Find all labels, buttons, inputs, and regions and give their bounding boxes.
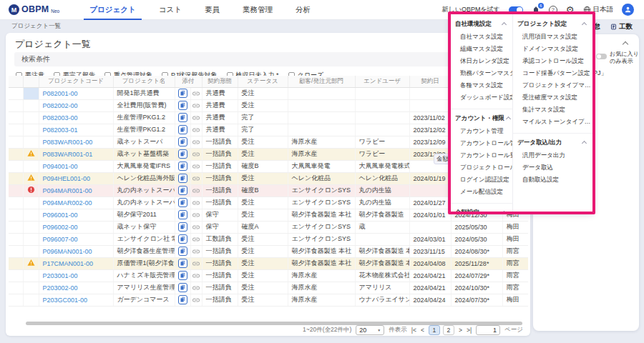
nav-tab-3[interactable]: 業務管理 [231, 0, 284, 20]
project-code-link[interactable]: P203001-00 [43, 272, 78, 279]
menu-item[interactable]: ダッシュボード設定 [451, 91, 512, 104]
menu-item[interactable]: 汎用項目マスタ設定 [513, 31, 592, 43]
link-icon[interactable] [192, 235, 200, 244]
project-code-link[interactable]: P203GC001-00 [43, 297, 88, 304]
project-code-link[interactable]: P096002-00 [43, 224, 78, 231]
favorites-toggle[interactable] [596, 54, 607, 59]
menu-section-header[interactable]: プロジェクト設定 [513, 19, 592, 31]
menu-section-header[interactable]: 金額設定 [451, 208, 512, 212]
last-page-button[interactable]: >| [467, 327, 472, 334]
first-page-button[interactable]: |< [411, 327, 416, 334]
menu-section-header[interactable]: 自社環境設定 [451, 19, 512, 31]
menu-item[interactable]: 汎用データ出力 [513, 149, 592, 161]
project-code-link[interactable]: P082002-00 [43, 102, 78, 109]
attachment-button[interactable] [178, 125, 187, 134]
project-code-link[interactable]: P17CMAN001-00 [43, 260, 94, 267]
page-size-select[interactable]: 20 ▼ [356, 325, 384, 335]
user-avatar[interactable] [622, 4, 634, 16]
project-code-link[interactable]: P203002-00 [43, 284, 78, 292]
link-icon[interactable] [192, 284, 200, 292]
attachment-button[interactable] [178, 198, 187, 207]
attachment-button[interactable] [178, 113, 187, 122]
attachment-button[interactable] [178, 210, 187, 219]
menu-item[interactable]: プロジェクトタイプマ… [513, 79, 592, 91]
manhours-button[interactable]: 工数 [610, 22, 633, 31]
table-row[interactable]: P203GC001-00ガーデンコマース一括請負受注海原水産ウナバラエイサン20… [9, 294, 528, 306]
menu-item[interactable]: 承認コントロール設定 [513, 55, 592, 67]
link-icon[interactable] [192, 101, 200, 110]
project-code-link[interactable]: P094001-00 [43, 163, 78, 170]
project-code-link[interactable]: P083WAR001-00 [43, 139, 93, 146]
new-ui-toggle[interactable] [509, 6, 523, 14]
attachment-button[interactable] [178, 259, 187, 268]
table-row[interactable]: P17CMAN001-00原価管理1(朝夕洋食器)一括請負受注朝夕洋食器製造 本… [9, 257, 528, 269]
notifications-button[interactable]: 6 [532, 6, 540, 14]
project-code-link[interactable]: P094MAR002-00 [43, 199, 92, 207]
menu-item[interactable]: メール配信設定 [451, 186, 512, 198]
project-code-link[interactable]: P082001-00 [43, 90, 78, 97]
attachment-button[interactable] [178, 283, 187, 292]
nav-tab-4[interactable]: 分析 [284, 0, 322, 20]
link-icon[interactable] [192, 174, 200, 183]
nav-tab-0[interactable]: プロジェクト [78, 0, 147, 20]
attachment-button[interactable] [178, 161, 187, 171]
menu-item[interactable]: 各種マスタ設定 [451, 79, 512, 91]
menu-item[interactable]: アカウント管理 [451, 125, 512, 137]
link-icon[interactable] [192, 223, 200, 232]
prev-page-button[interactable]: < [421, 327, 424, 334]
menu-item[interactable]: プロジェクトロール登録 [451, 161, 512, 174]
project-code-link[interactable]: P096007-00 [43, 236, 78, 243]
page-button-1[interactable]: 1 [429, 325, 440, 335]
attachment-button[interactable] [178, 101, 187, 110]
menu-item[interactable]: マイルストーンタイプ… [513, 116, 592, 128]
attachment-button[interactable] [178, 137, 187, 146]
menu-item[interactable]: 休日カレンダ設定 [451, 55, 512, 67]
project-code-link[interactable]: P083WAR001-01 [43, 151, 93, 158]
link-icon[interactable] [192, 247, 200, 256]
app-logo[interactable]: M OBPM Neo [9, 4, 59, 15]
link-icon[interactable] [192, 272, 200, 280]
attachment-button[interactable] [178, 271, 187, 280]
help-icon[interactable]: ? [549, 6, 557, 14]
menu-item[interactable]: 自社マスタ設定 [451, 31, 512, 43]
project-code-link[interactable]: P096001-00 [43, 212, 78, 219]
menu-item[interactable]: 自動取込設定 [513, 174, 592, 186]
language-switcher[interactable]: 日本語 [583, 5, 614, 14]
project-code-link[interactable]: P096MAN001-00 [43, 248, 92, 255]
link-icon[interactable] [192, 259, 200, 268]
project-code-link[interactable]: P094HEL001-00 [43, 175, 91, 182]
menu-item[interactable]: ドメインマスタ設定 [513, 43, 592, 55]
next-page-button[interactable]: > [459, 327, 462, 334]
menu-item[interactable]: 勤務パターンマスタ設定 [451, 67, 512, 79]
nav-tab-2[interactable]: 要員 [193, 0, 231, 20]
attachment-button[interactable] [178, 186, 187, 195]
menu-item[interactable]: 受注確度マスタ設定 [513, 91, 592, 104]
link-icon[interactable] [192, 296, 200, 304]
link-icon[interactable] [192, 150, 200, 159]
project-code-link[interactable]: P082003-01 [43, 126, 78, 134]
menu-item[interactable]: コード採番パターン設定 [513, 67, 592, 79]
attachment-button[interactable] [178, 222, 187, 232]
menu-section-header[interactable]: データ取込/出力 [513, 138, 592, 149]
link-icon[interactable] [192, 187, 200, 195]
settings-gear-icon[interactable]: ⚙ [566, 5, 575, 14]
attachment-button[interactable] [178, 295, 187, 304]
attachment-button[interactable] [178, 247, 187, 256]
link-icon[interactable] [192, 199, 200, 207]
link-icon[interactable] [192, 114, 200, 122]
table-row[interactable]: P096002-00蔵ネット保守保守確度AエンサイクロンSYS蔵2025/05/… [9, 221, 528, 233]
page-number-input[interactable] [476, 325, 500, 335]
project-code-link[interactable]: P094MAR001-00 [43, 187, 92, 194]
table-row[interactable]: P203002-00アマリリス生産管理一括請負受注海原水産アマリリス2024/0… [9, 282, 528, 294]
menu-item[interactable]: 集計マスタ設定 [513, 104, 592, 116]
attachment-button[interactable] [178, 149, 187, 159]
link-icon[interactable] [192, 138, 200, 146]
table-row[interactable]: P096007-00エンサイクロン社 常駐工数請負受注エンサイクロンSYS202… [9, 233, 528, 245]
menu-section-header[interactable]: アカウント・権限 [451, 114, 512, 125]
table-row[interactable]: P203001-00ハナミズキ販売管理一括請負受注海原水産花木物産株式会社202… [9, 269, 528, 282]
link-icon[interactable] [192, 211, 200, 219]
table-row[interactable]: P096MAN001-00朝夕洋食器生産管理一括請負受注朝夕洋食器製造 本社朝夕… [9, 245, 528, 257]
link-icon[interactable] [192, 89, 200, 98]
menu-item[interactable]: 組織マスタ設定 [451, 43, 512, 55]
link-icon[interactable] [192, 162, 200, 171]
